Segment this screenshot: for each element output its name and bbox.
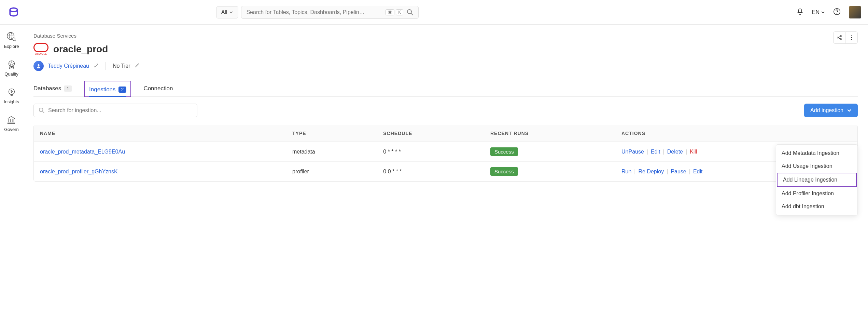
dropdown-item-usage[interactable]: Add Usage Ingestion xyxy=(776,160,857,173)
sidebar-label: Quality xyxy=(4,71,18,77)
add-ingestion-button[interactable]: Add ingestion xyxy=(804,104,858,117)
svg-line-14 xyxy=(838,36,840,37)
dropdown-item-lineage[interactable]: Add Lineage Ingestion xyxy=(777,173,857,187)
action-unpause[interactable]: UnPause xyxy=(621,149,644,155)
ingestion-type: metadata xyxy=(286,142,377,162)
tabs: Databases 1 Ingestions 2 Connection xyxy=(33,81,858,97)
status-badge: Success xyxy=(490,147,518,156)
divider xyxy=(106,62,106,70)
table-row: oracle_prod_profiler_gGhYznsK profiler 0… xyxy=(34,162,857,181)
sidebar-item-govern[interactable]: Govern xyxy=(4,115,19,132)
dropdown-item-dbt[interactable]: Add dbt Ingestion xyxy=(776,200,857,213)
action-edit[interactable]: Edit xyxy=(693,169,703,175)
add-ingestion-label: Add ingestion xyxy=(810,107,843,114)
action-run[interactable]: Run xyxy=(621,169,631,175)
svg-point-4 xyxy=(837,13,837,14)
ingestion-search[interactable] xyxy=(33,104,197,117)
title-row: ORACLE oracle_prod xyxy=(33,43,858,55)
main-content: Database Services ORACLE oracle_prod Ted… xyxy=(23,25,868,318)
svg-point-1 xyxy=(407,10,411,14)
topbar-right: EN xyxy=(796,6,861,18)
sidebar-item-explore[interactable]: Explore xyxy=(4,31,19,49)
language-label: EN xyxy=(812,9,820,15)
panel-row: Add ingestion xyxy=(33,104,858,117)
search-icon xyxy=(407,9,414,16)
more-button[interactable] xyxy=(845,31,858,44)
col-type: TYPE xyxy=(286,125,377,142)
col-actions: ACTIONS xyxy=(615,125,857,142)
user-avatar[interactable] xyxy=(849,6,861,18)
ingestion-name[interactable]: oracle_prod_metadata_ELG9E0Au xyxy=(40,149,125,155)
svg-line-7 xyxy=(15,40,16,41)
status-badge: Success xyxy=(490,167,518,176)
sidebar-label: Govern xyxy=(4,127,19,132)
page-actions xyxy=(833,31,858,44)
svg-point-17 xyxy=(851,37,852,38)
ingestion-search-input[interactable] xyxy=(48,107,192,114)
help-icon[interactable] xyxy=(833,8,841,17)
tab-label: Connection xyxy=(143,85,173,92)
tab-label: Ingestions xyxy=(89,86,116,93)
svg-point-13 xyxy=(840,39,842,40)
ingestion-name[interactable]: oracle_prod_profiler_gGhYznsK xyxy=(40,169,118,174)
search-input-wrap[interactable]: ⌘ K xyxy=(241,6,419,19)
globe-search-icon xyxy=(6,31,16,42)
tab-databases[interactable]: Databases 1 xyxy=(33,81,72,96)
page-title: oracle_prod xyxy=(53,44,108,55)
sidebar-item-insights[interactable]: Insights xyxy=(4,87,19,104)
edit-owner-icon[interactable] xyxy=(93,63,99,69)
ingestion-schedule: 0 * * * * xyxy=(377,142,484,162)
action-pause[interactable]: Pause xyxy=(671,169,686,175)
sidebar-label: Explore xyxy=(4,44,19,49)
svg-line-15 xyxy=(838,38,840,39)
notifications-icon[interactable] xyxy=(796,8,804,17)
svg-point-11 xyxy=(837,37,839,38)
language-selector[interactable]: EN xyxy=(812,9,825,15)
action-kill[interactable]: Kill xyxy=(690,149,697,155)
topbar: All ⌘ K EN xyxy=(0,0,868,25)
app-logo[interactable] xyxy=(7,5,20,19)
owner-avatar[interactable] xyxy=(33,61,44,71)
action-redeploy[interactable]: Re Deploy xyxy=(639,169,664,175)
tab-count: 2 xyxy=(118,87,127,93)
meta-row: Teddy Crépineau No Tier xyxy=(33,61,858,71)
tab-connection[interactable]: Connection xyxy=(143,81,173,96)
chevron-down-icon xyxy=(821,10,825,14)
share-button[interactable] xyxy=(833,31,845,44)
sidebar: Explore Quality Insights Govern xyxy=(0,25,23,318)
kbd-cmd: ⌘ xyxy=(386,9,394,15)
govern-icon xyxy=(6,115,16,125)
bulb-icon xyxy=(6,87,17,97)
col-schedule: SCHEDULE xyxy=(377,125,484,142)
svg-point-6 xyxy=(13,38,15,41)
add-ingestion-dropdown: Add Metadata Ingestion Add Usage Ingesti… xyxy=(776,144,858,215)
tab-label: Databases xyxy=(33,85,61,92)
search-scope-label: All xyxy=(221,9,227,15)
chevron-down-icon xyxy=(229,10,233,14)
search-input[interactable] xyxy=(246,9,386,15)
svg-point-12 xyxy=(840,36,842,37)
badge-icon xyxy=(6,59,17,69)
shortcut-hint: ⌘ K xyxy=(386,9,403,15)
kbd-k: K xyxy=(396,9,403,15)
edit-tier-icon[interactable] xyxy=(135,63,140,69)
owner-name[interactable]: Teddy Crépineau xyxy=(48,63,89,69)
col-recent-runs: RECENT RUNS xyxy=(484,125,615,142)
col-name: NAME xyxy=(34,125,286,142)
svg-point-20 xyxy=(39,108,43,112)
ingestion-schedule: 0 0 * * * xyxy=(377,162,484,181)
sidebar-item-quality[interactable]: Quality xyxy=(4,59,18,77)
dropdown-item-metadata[interactable]: Add Metadata Ingestion xyxy=(776,147,857,160)
svg-line-2 xyxy=(411,13,413,15)
oracle-logo: ORACLE xyxy=(33,43,48,55)
action-edit[interactable]: Edit xyxy=(651,149,660,155)
tier-label: No Tier xyxy=(113,63,130,69)
svg-point-0 xyxy=(10,8,17,12)
action-delete[interactable]: Delete xyxy=(667,149,683,155)
tab-ingestions[interactable]: Ingestions 2 xyxy=(89,83,126,96)
dropdown-item-profiler[interactable]: Add Profiler Ingestion xyxy=(776,187,857,200)
svg-line-21 xyxy=(43,111,44,113)
breadcrumb[interactable]: Database Services xyxy=(33,33,858,39)
search-scope-selector[interactable]: All xyxy=(216,6,239,18)
tab-count: 1 xyxy=(64,85,72,92)
